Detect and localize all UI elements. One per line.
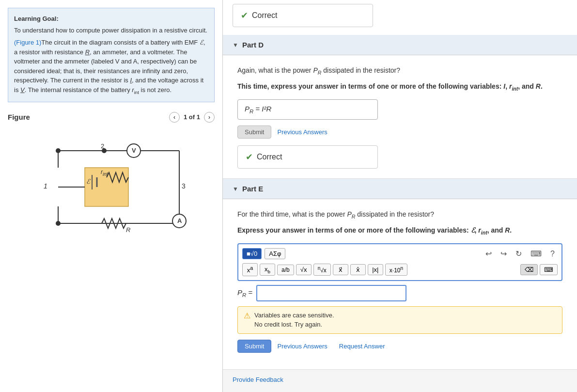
correct-label-top: Correct <box>252 11 277 20</box>
toolbar-xb[interactable]: xb <box>260 264 275 276</box>
part-e-subtext: Express your answer in terms of one or m… <box>237 225 562 237</box>
toolbar-sqrt[interactable]: √x <box>296 264 312 275</box>
part-d-section: ▼ Part D Again, what is the power PR dis… <box>223 35 577 179</box>
svg-text:A: A <box>177 217 182 224</box>
correct-banner-top: ✔ Correct <box>223 0 577 35</box>
warning-box: ⚠ Variables are case sensitive. No credi… <box>237 306 562 334</box>
figure-title: Figure <box>8 113 30 121</box>
svg-text:1: 1 <box>44 182 47 190</box>
part-e-question: For the third time, what is the power PR… <box>237 209 562 221</box>
part-e-req-answer[interactable]: Request Answer <box>339 343 385 350</box>
check-icon-top: ✔ <box>241 10 248 21</box>
svg-text:2: 2 <box>101 142 104 150</box>
toolbar-btn-mode1[interactable]: ■√0 <box>242 248 262 259</box>
math-label: PR = <box>237 288 252 298</box>
help-btn[interactable]: ? <box>547 249 558 259</box>
math-input[interactable] <box>256 285 406 301</box>
toolbar-abs[interactable]: |x| <box>368 264 383 275</box>
part-d-submit-row: Submit Previous Answers <box>237 125 562 139</box>
check-icon-d: ✔ <box>246 152 253 162</box>
toolbar-hat[interactable]: x̂ <box>350 264 366 275</box>
part-e-arrow: ▼ <box>233 186 238 192</box>
svg-point-5 <box>56 148 61 153</box>
toolbar-sci[interactable]: x·10n <box>385 264 407 276</box>
svg-text:ℰ: ℰ <box>86 178 91 185</box>
redo-btn[interactable]: ↪ <box>498 248 510 259</box>
part-e-header[interactable]: ▼ Part E <box>223 179 577 199</box>
warning-line2: No credit lost. Try again. <box>254 321 322 328</box>
goal-text: To understand how to compute power dissi… <box>14 26 208 35</box>
figure-header: Figure ‹ 1 of 1 › <box>8 110 215 123</box>
part-d-label: Part D <box>242 41 264 49</box>
feedback-link[interactable]: Provide Feedback <box>233 376 283 383</box>
math-toolbar: ■√0 AΣφ ↩ ↪ ↻ ⌨ ? xa xb a/b √x n√x x⃗ x̂ <box>237 243 562 281</box>
left-panel: Learning Goal: To understand how to comp… <box>0 0 223 392</box>
svg-text:R: R <box>126 226 130 234</box>
next-figure-btn[interactable]: › <box>204 112 215 123</box>
warning-text: Variables are case sensitive. No credit … <box>254 311 334 329</box>
part-d-submit-btn[interactable]: Submit <box>237 125 271 139</box>
part-e-label: Part E <box>242 185 263 193</box>
circuit-svg: 1 2 3 ℰ rint V <box>29 131 194 243</box>
part-d-body: Again, what is the power PR dissipated i… <box>223 55 577 178</box>
toolbar-keyboard2[interactable]: ⌨ <box>540 264 558 275</box>
math-input-row: PR = <box>237 285 562 301</box>
part-d-subtext: This time, express your answer in terms … <box>237 81 562 93</box>
toolbar-nthroot[interactable]: n√x <box>313 264 331 276</box>
figure-link[interactable]: (Figure 1) <box>14 39 41 46</box>
figure-nav: ‹ 1 of 1 › <box>169 112 215 123</box>
svg-text:V: V <box>132 147 136 154</box>
figure-section: Figure ‹ 1 of 1 › <box>0 110 222 248</box>
part-e-submit-btn[interactable]: Submit <box>237 340 271 353</box>
warning-icon: ⚠ <box>244 311 250 320</box>
toolbar-vec[interactable]: x⃗ <box>333 264 348 275</box>
refresh-btn[interactable]: ↻ <box>513 248 525 259</box>
svg-text:3: 3 <box>182 182 186 190</box>
toolbar-frac[interactable]: a/b <box>277 265 294 275</box>
goal-detail: (Figure 1)The circuit in the diagram con… <box>14 38 208 96</box>
svg-point-6 <box>56 221 61 226</box>
part-d-correct-badge: ✔ Correct <box>237 145 378 169</box>
keyboard-icon-btn[interactable]: ⌨ <box>528 248 545 259</box>
toolbar-btn-mode2[interactable]: AΣφ <box>265 248 285 259</box>
part-d-question: Again, what is the power PR dissipated i… <box>237 65 562 77</box>
toolbar-row1: ■√0 AΣφ ↩ ↪ ↻ ⌨ ? <box>242 248 558 259</box>
prev-figure-btn[interactable]: ‹ <box>169 112 180 123</box>
part-d-header[interactable]: ▼ Part D <box>223 35 577 55</box>
right-panel: ✔ Correct ▼ Part D Again, what is the po… <box>223 0 577 392</box>
circuit-diagram: 1 2 3 ℰ rint V <box>8 126 215 248</box>
part-e-submit-row: Submit Previous Answers Request Answer <box>237 340 562 353</box>
correct-badge-top: ✔ Correct <box>233 4 373 27</box>
figure-desc: The circuit in the diagram consists of a… <box>14 39 205 94</box>
part-d-arrow: ▼ <box>233 42 238 48</box>
part-d-answer: PR = I²R <box>237 99 378 120</box>
part-d-correct-label: Correct <box>257 153 282 161</box>
part-e-prev-answers[interactable]: Previous Answers <box>277 343 327 350</box>
part-e-body: For the third time, what is the power PR… <box>223 199 577 369</box>
toolbar-row2: xa xb a/b √x n√x x⃗ x̂ |x| x·10n ⌫ ⌨ <box>242 263 558 276</box>
part-d-prev-answers[interactable]: Previous Answers <box>277 128 327 136</box>
part-e-section: ▼ Part E For the third time, what is the… <box>223 179 577 370</box>
toolbar-backspace[interactable]: ⌫ <box>520 264 538 275</box>
warning-line1: Variables are case sensitive. <box>254 312 334 319</box>
toolbar-xa[interactable]: xa <box>242 263 258 276</box>
provide-feedback: Provide Feedback <box>223 370 577 389</box>
undo-btn[interactable]: ↩ <box>483 248 495 259</box>
figure-counter: 1 of 1 <box>184 113 200 121</box>
learning-goal-box: Learning Goal: To understand how to comp… <box>8 8 215 102</box>
goal-title: Learning Goal: <box>14 14 208 24</box>
